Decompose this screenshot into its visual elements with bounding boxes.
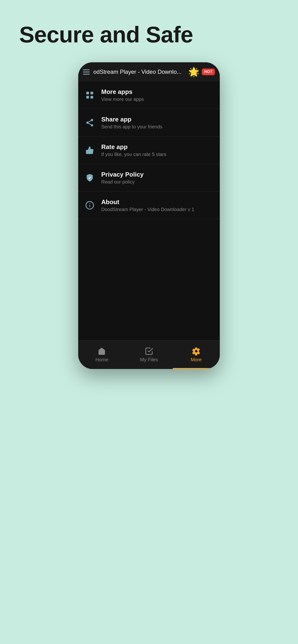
more-icon xyxy=(192,347,201,356)
privacy-policy-sublabel: Read our policy xyxy=(101,179,214,185)
menu-item-privacy-policy[interactable]: Privacy Policy Read our policy xyxy=(78,164,220,192)
menu-item-about[interactable]: About DoodStream Player - Video Download… xyxy=(78,192,220,219)
nav-active-bar xyxy=(173,368,220,369)
menu-item-more-apps[interactable]: More apps View more our apps xyxy=(78,82,220,109)
rate-app-icon-wrap xyxy=(84,144,95,156)
share-app-sublabel: Send this app to your friends xyxy=(101,124,214,130)
svg-point-5 xyxy=(86,122,89,124)
about-icon-wrap xyxy=(84,200,95,211)
thumbsup-icon xyxy=(85,146,94,155)
nav-item-home[interactable]: Home xyxy=(78,347,125,362)
share-app-icon-wrap xyxy=(84,117,95,128)
hot-badge: HOT xyxy=(202,68,215,75)
menu-item-share-app[interactable]: Share app Send this app to your friends xyxy=(78,109,220,136)
app-header: odStream Player - Video Downlo... 🌟 HOT xyxy=(78,62,220,82)
svg-rect-2 xyxy=(86,96,89,98)
page-title: Secure and Safe xyxy=(19,22,193,48)
svg-line-7 xyxy=(89,123,91,124)
privacy-policy-text: Privacy Policy Read our policy xyxy=(101,171,214,185)
more-apps-label: More apps xyxy=(101,88,214,96)
svg-line-8 xyxy=(89,120,91,122)
bottom-nav: Home My Files More xyxy=(78,340,220,369)
svg-point-6 xyxy=(91,124,93,126)
header-icons: 🌟 HOT xyxy=(188,66,215,77)
more-apps-text: More apps View more our apps xyxy=(101,88,214,102)
app-header-title: odStream Player - Video Downlo... xyxy=(93,68,182,75)
about-text: About DoodStream Player - Video Download… xyxy=(101,198,214,212)
grid-icon xyxy=(85,90,94,100)
hamburger-icon[interactable] xyxy=(83,70,90,74)
my-files-nav-label: My Files xyxy=(140,357,158,362)
rate-app-text: Rate app If you like, you can rate 5 sta… xyxy=(101,143,214,157)
content-area: More apps View more our apps Share xyxy=(78,82,220,340)
privacy-policy-icon-wrap xyxy=(84,172,95,184)
svg-point-12 xyxy=(89,204,90,204)
svg-rect-0 xyxy=(86,92,89,94)
svg-point-4 xyxy=(91,119,93,121)
rate-app-label: Rate app xyxy=(101,143,214,151)
nav-item-my-files[interactable]: My Files xyxy=(125,347,173,362)
share-app-label: Share app xyxy=(101,116,214,123)
nav-item-more[interactable]: More xyxy=(173,347,220,362)
rate-app-sublabel: If you like, you can rate 5 stars xyxy=(101,152,214,157)
more-apps-sublabel: View more our apps xyxy=(101,96,214,102)
header-left: odStream Player - Video Downlo... xyxy=(83,68,188,75)
about-label: About xyxy=(101,198,214,206)
home-nav-label: Home xyxy=(95,357,108,362)
phone-mockup: odStream Player - Video Downlo... 🌟 HOT xyxy=(78,62,220,369)
about-sublabel: DoodStream Player - Video Downloader v 1 xyxy=(101,207,214,212)
shield-icon xyxy=(85,173,94,182)
info-icon xyxy=(85,201,94,210)
svg-rect-3 xyxy=(90,96,93,98)
svg-rect-1 xyxy=(90,92,93,94)
menu-item-rate-app[interactable]: Rate app If you like, you can rate 5 sta… xyxy=(78,136,220,164)
home-icon xyxy=(97,347,106,356)
more-apps-icon-wrap xyxy=(84,89,95,101)
menu-list: More apps View more our apps Share xyxy=(78,82,220,219)
privacy-policy-label: Privacy Policy xyxy=(101,171,214,178)
more-nav-label: More xyxy=(191,357,202,362)
star-icon: 🌟 xyxy=(188,66,199,77)
share-app-text: Share app Send this app to your friends xyxy=(101,116,214,130)
my-files-icon xyxy=(145,347,153,356)
share-icon xyxy=(85,118,94,127)
